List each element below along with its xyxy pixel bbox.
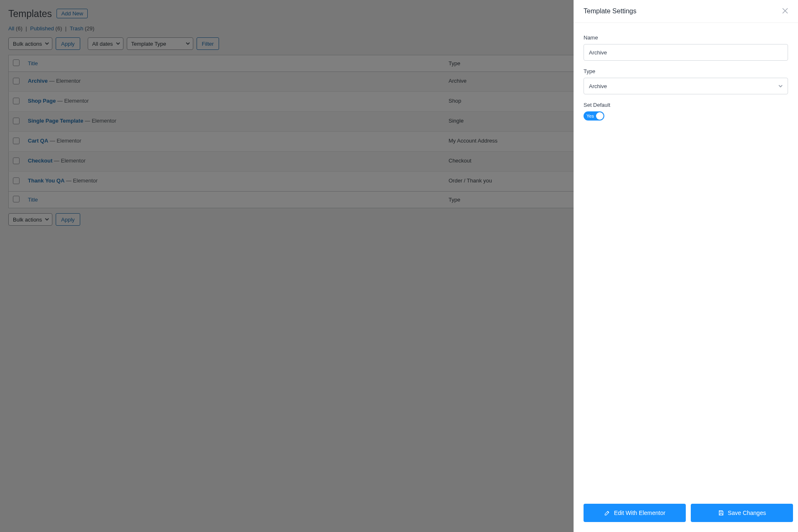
close-button[interactable] bbox=[782, 8, 788, 15]
panel-title: Template Settings bbox=[584, 7, 636, 15]
set-default-toggle[interactable]: Yes bbox=[584, 111, 604, 121]
name-label: Name bbox=[584, 34, 788, 41]
type-label: Type bbox=[584, 68, 788, 74]
toggle-knob bbox=[596, 112, 603, 120]
template-settings-panel: Template Settings Name Type Archive Set … bbox=[574, 0, 798, 532]
save-changes-button[interactable]: Save Changes bbox=[691, 504, 793, 522]
toggle-label: Yes bbox=[586, 113, 594, 118]
save-icon bbox=[718, 510, 724, 516]
set-default-label: Set Default bbox=[584, 102, 788, 108]
type-select[interactable]: Archive bbox=[584, 78, 788, 94]
edit-icon bbox=[604, 510, 611, 516]
close-icon bbox=[782, 8, 788, 14]
name-input[interactable] bbox=[584, 44, 788, 61]
chevron-down-icon bbox=[778, 84, 783, 88]
type-select-value: Archive bbox=[589, 83, 607, 89]
edit-with-elementor-button[interactable]: Edit With Elementor bbox=[584, 504, 686, 522]
